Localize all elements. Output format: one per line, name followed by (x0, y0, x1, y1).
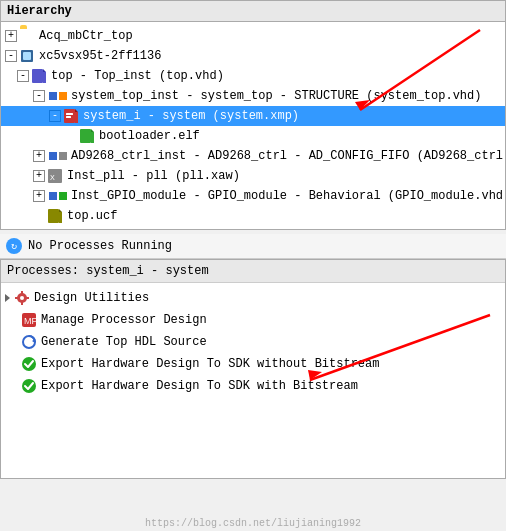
main-wrapper: Hierarchy + Acq_mbCtr_top - xc5vsx95t-2f… (0, 0, 506, 531)
tree-item-system-top[interactable]: - system_top_inst - system_top - STRUCTU… (1, 86, 505, 106)
status-running-icon (6, 238, 22, 254)
expand-icon-top[interactable]: - (17, 70, 29, 82)
process-item-export-bit[interactable]: Export Hardware Design To SDK with Bitst… (1, 375, 505, 397)
expand-icon-ad9268[interactable]: + (33, 150, 45, 162)
label-pll: Inst_pll - pll (pll.xaw) (67, 167, 240, 185)
label-system-i: system_i - system (system.xmp) (83, 107, 299, 125)
status-text: No Processes Running (28, 239, 172, 253)
label-gen-hdl: Generate Top HDL Source (41, 333, 207, 351)
label-manage-proc: Manage Processor Design (41, 311, 207, 329)
expand-icon-system-i[interactable]: - (49, 110, 61, 122)
process-list: Design Utilities MP Manage Processor Des… (1, 283, 505, 473)
svg-rect-2 (32, 69, 43, 83)
multi-icon-gpio (48, 191, 68, 201)
svg-rect-4 (43, 72, 46, 83)
expand-tri-design-util[interactable] (5, 294, 10, 302)
label-gpio: Inst_GPIO_module - GPIO_module - Behavio… (71, 187, 505, 205)
expand-icon-pll[interactable]: + (33, 170, 45, 182)
tree-item-gpio[interactable]: + Inst_GPIO_module - GPIO_module - Behav… (1, 186, 505, 206)
tree-item-top[interactable]: - top - Top_inst (top.vhd) (1, 66, 505, 86)
label-design-util: Design Utilities (34, 289, 149, 307)
svg-rect-23 (26, 297, 29, 299)
label-top: top - Top_inst (top.vhd) (51, 67, 224, 85)
svg-rect-22 (15, 297, 18, 299)
xaw-icon-pll: X (48, 169, 64, 183)
svg-rect-17 (59, 212, 62, 223)
svg-marker-3 (43, 69, 46, 72)
svg-rect-12 (91, 132, 94, 143)
svg-point-19 (20, 296, 24, 300)
label-xc5: xc5vsx95t-2ff1136 (39, 47, 161, 65)
elf-icon-bootloader (80, 129, 96, 143)
label-acq: Acq_mbCtr_top (39, 27, 133, 45)
label-bootloader: bootloader.elf (99, 127, 200, 145)
tree-item-xc5[interactable]: - xc5vsx95t-2ff1136 (1, 46, 505, 66)
label-export-no-bit: Export Hardware Design To SDK without Bi… (41, 355, 379, 373)
label-ad9268: AD9268_ctrl_inst - AD9268_ctrl - AD_CONF… (71, 147, 505, 165)
expand-icon-gpio[interactable]: + (33, 190, 45, 202)
svg-text:X: X (50, 173, 55, 182)
svg-rect-15 (48, 209, 59, 223)
svg-marker-11 (91, 129, 94, 132)
check-icon-export2 (21, 378, 37, 394)
ucf-icon (48, 209, 64, 223)
expand-icon-xc5[interactable]: - (5, 50, 17, 62)
process-item-gen-hdl[interactable]: Generate Top HDL Source (1, 331, 505, 353)
expand-icon-acq[interactable]: + (5, 30, 17, 42)
svg-rect-9 (66, 116, 71, 118)
manage-proc-icon: MP (21, 312, 37, 328)
vhd-icon-top (32, 69, 48, 83)
hierarchy-panel: Hierarchy + Acq_mbCtr_top - xc5vsx95t-2f… (0, 0, 506, 230)
svg-rect-10 (80, 129, 91, 143)
multi-icon-system-top (48, 91, 68, 101)
multi-icon-ad9268 (48, 151, 68, 161)
chip-icon-xc5 (20, 49, 36, 63)
svg-text:MP: MP (24, 316, 37, 326)
svg-marker-16 (59, 209, 62, 212)
expand-icon-system-top[interactable]: - (33, 90, 45, 102)
hierarchy-tree: + Acq_mbCtr_top - xc5vsx95t-2ff1136 - (1, 22, 505, 230)
xmp-icon-system-i (64, 109, 80, 123)
process-panel-header: Processes: system_i - system (1, 260, 505, 283)
check-icon-export1 (21, 356, 37, 372)
refresh-icon-gen (21, 334, 37, 350)
svg-marker-6 (75, 109, 78, 112)
tree-item-system-i[interactable]: - system_i - system (system.xmp) (1, 106, 505, 126)
svg-rect-1 (23, 52, 31, 60)
svg-rect-8 (66, 113, 73, 115)
process-item-manage-proc[interactable]: MP Manage Processor Design (1, 309, 505, 331)
label-ucf: top.ucf (67, 207, 117, 225)
tree-item-acq[interactable]: + Acq_mbCtr_top (1, 26, 505, 46)
hierarchy-panel-header: Hierarchy (1, 1, 505, 22)
status-bar: No Processes Running (0, 234, 506, 259)
label-export-bit: Export Hardware Design To SDK with Bitst… (41, 377, 358, 395)
tree-item-pll[interactable]: + X Inst_pll - pll (pll.xaw) (1, 166, 505, 186)
process-panel: Processes: system_i - system Design Util… (0, 259, 506, 479)
tree-item-ad9268[interactable]: + AD9268_ctrl_inst - AD9268_ctrl - AD_CO… (1, 146, 505, 166)
watermark: https://blog.csdn.net/liujianing1992 (145, 518, 361, 529)
process-item-export-no-bit[interactable]: Export Hardware Design To SDK without Bi… (1, 353, 505, 375)
svg-rect-21 (21, 302, 23, 305)
tree-item-bootloader[interactable]: bootloader.elf (1, 126, 505, 146)
process-item-design-util[interactable]: Design Utilities (1, 287, 505, 309)
svg-rect-20 (21, 291, 23, 294)
gear-icon-design-util (14, 290, 30, 306)
svg-rect-7 (75, 112, 78, 123)
folder-icon-acq (20, 29, 36, 43)
label-system-top: system_top_inst - system_top - STRUCTURE… (71, 87, 481, 105)
tree-item-ucf[interactable]: top.ucf (1, 206, 505, 226)
